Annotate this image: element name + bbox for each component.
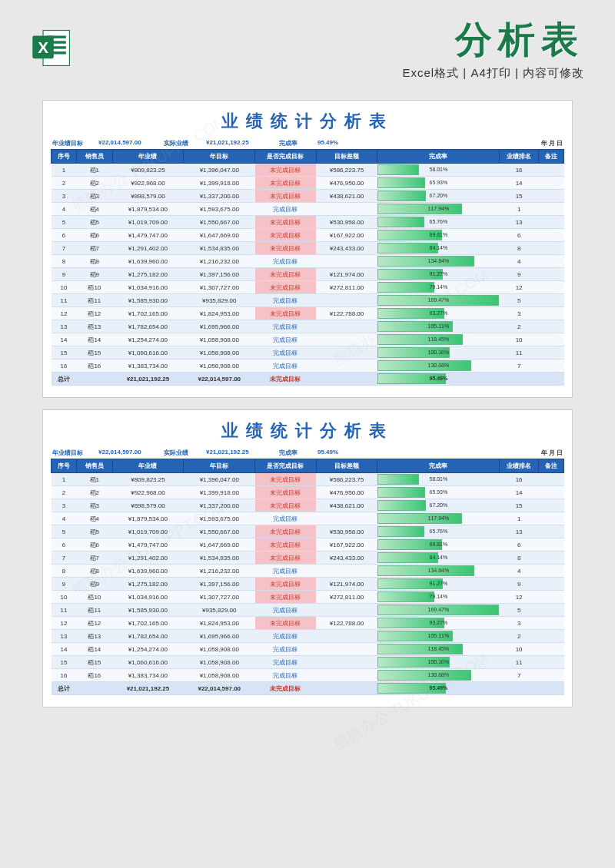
status-cell: 未完成目标 xyxy=(255,525,317,538)
cell-target: ¥1,216,232.00 xyxy=(184,565,255,578)
cell-rank: 8 xyxy=(500,242,538,255)
cell-note xyxy=(538,473,563,486)
cell-name: 稻5 xyxy=(77,216,112,229)
cell-name: 稻3 xyxy=(77,499,112,512)
cell-rank: 3 xyxy=(500,307,538,320)
cell-name: 稻4 xyxy=(77,203,112,216)
table-row: 16 稻16 ¥1,383,734.00 ¥1,058,908.00 完成目标 … xyxy=(52,359,564,373)
cell-note xyxy=(538,591,563,604)
cell-name: 稻1 xyxy=(77,164,112,177)
cell-target: ¥1,399,918.00 xyxy=(184,177,255,190)
cell-rank: 16 xyxy=(500,473,538,486)
cell-diff: ¥438,621.00 xyxy=(316,190,377,203)
cell-pct: 79.14% xyxy=(377,591,500,604)
svg-text:X: X xyxy=(38,38,48,56)
cell-target: ¥1,216,232.00 xyxy=(184,255,255,268)
cell-diff xyxy=(316,294,377,307)
cell-target: ¥1,695,966.00 xyxy=(184,630,255,643)
status-cell: 未完成目标 xyxy=(255,177,317,190)
table-row: 12 稻12 ¥1,702,165.00 ¥1,824,953.00 未完成目标… xyxy=(52,617,564,630)
analysis-sheet: 业绩统计分析表 年业绩目标 ¥22,014,597.00 实际业绩 ¥21,02… xyxy=(42,100,573,398)
cell-name: 稻6 xyxy=(77,538,112,552)
cell-rank: 7 xyxy=(500,669,538,682)
cell-diff xyxy=(316,255,377,268)
cell-pct: 93.27% xyxy=(377,617,500,630)
status-cell: 未完成目标 xyxy=(255,373,317,386)
cell-actual: ¥1,291,402.00 xyxy=(112,242,184,255)
cell-note xyxy=(538,359,563,373)
cell-name: 稻7 xyxy=(77,242,112,255)
cell-note xyxy=(538,242,563,255)
cell-pct: 130.68% xyxy=(377,669,500,682)
cell-actual: ¥1,254,274.00 xyxy=(112,643,184,656)
page-header: X 分析表 Excel格式 | A4打印 | 内容可修改 xyxy=(0,0,615,88)
cell-target: ¥22,014,597.00 xyxy=(184,373,255,386)
cell-diff xyxy=(316,359,377,373)
table-row: 7 稻7 ¥1,291,402.00 ¥1,534,835.00 未完成目标 ¥… xyxy=(52,552,564,565)
cell-actual: ¥809,823.25 xyxy=(112,164,184,177)
cell-pct: 105.11% xyxy=(377,630,500,643)
status-cell: 完成目标 xyxy=(255,604,317,617)
cell-rank: 14 xyxy=(500,486,538,499)
table-row: 9 稻9 ¥1,275,182.00 ¥1,397,156.00 未完成目标 ¥… xyxy=(52,578,564,591)
cell-rank: 1 xyxy=(500,512,538,525)
cell-target: ¥22,014,597.00 xyxy=(184,682,255,695)
cell-actual: ¥1,782,654.00 xyxy=(112,630,184,643)
cell-pct: 67.20% xyxy=(377,190,500,203)
subtitle: Excel格式 | A4打印 | 内容可修改 xyxy=(85,66,584,81)
table-row: 2 稻2 ¥922,968.00 ¥1,399,918.00 未完成目标 ¥47… xyxy=(52,486,564,499)
cell-note xyxy=(538,229,563,242)
cell-name: 稻8 xyxy=(77,255,112,268)
status-cell: 完成目标 xyxy=(255,203,317,216)
cell-target: ¥1,396,047.00 xyxy=(184,473,255,486)
table-row: 8 稻8 ¥1,639,960.00 ¥1,216,232.00 完成目标 13… xyxy=(52,255,564,268)
cell-idx: 16 xyxy=(52,359,77,373)
cell-pct: 84.14% xyxy=(377,242,500,255)
cell-diff: ¥272,811.00 xyxy=(316,281,377,294)
status-cell: 未完成目标 xyxy=(255,164,317,177)
cell-rank: 10 xyxy=(500,333,538,346)
cell-note xyxy=(538,177,563,190)
cell-rank: 9 xyxy=(500,578,538,591)
cell-diff xyxy=(316,669,377,682)
cell-idx: 12 xyxy=(52,307,77,320)
cell-target: ¥1,593,675.00 xyxy=(184,512,255,525)
table-row: 14 稻14 ¥1,254,274.00 ¥1,058,908.00 完成目标 … xyxy=(52,643,564,656)
cell-rank: 7 xyxy=(500,359,538,373)
cell-pct: 105.11% xyxy=(377,320,500,333)
cell-diff: ¥530,958.00 xyxy=(316,525,377,538)
table-row: 6 稻6 ¥1,479,747.00 ¥1,647,669.00 未完成目标 ¥… xyxy=(52,229,564,242)
cell-note xyxy=(538,617,563,630)
status-cell: 完成目标 xyxy=(255,669,317,682)
cell-rank: 5 xyxy=(500,604,538,617)
cell-rank: 12 xyxy=(500,591,538,604)
cell-rank: 2 xyxy=(500,320,538,333)
cell-target: ¥1,397,156.00 xyxy=(184,268,255,281)
cell-pct: 118.45% xyxy=(377,333,500,346)
cell-actual: ¥1,639,960.00 xyxy=(112,255,184,268)
cell-idx: 13 xyxy=(52,630,77,643)
cell-idx: 2 xyxy=(52,177,77,190)
cell-note xyxy=(538,268,563,281)
cell-diff: ¥167,922.00 xyxy=(316,229,377,242)
cell-idx: 3 xyxy=(52,190,77,203)
cell-note xyxy=(538,656,563,669)
cell-diff: ¥243,433.00 xyxy=(316,242,377,255)
cell-name: 稻10 xyxy=(77,281,112,294)
cell-diff xyxy=(316,643,377,656)
cell-name: 稻16 xyxy=(77,359,112,373)
cell-name: 稻12 xyxy=(77,617,112,630)
cell-idx: 13 xyxy=(52,320,77,333)
cell-actual: ¥1,254,274.00 xyxy=(112,333,184,346)
cell-note xyxy=(538,164,563,177)
status-cell: 完成目标 xyxy=(255,294,317,307)
cell-pct: 100.16% xyxy=(377,656,500,669)
cell-name: 稻11 xyxy=(77,294,112,307)
cell-note xyxy=(538,512,563,525)
cell-idx: 5 xyxy=(52,525,77,538)
cell-actual: ¥1,275,182.00 xyxy=(112,578,184,591)
cell-name: 稻9 xyxy=(77,268,112,281)
cell-note xyxy=(538,333,563,346)
cell-pct: 134.84% xyxy=(377,565,500,578)
table-row: 7 稻7 ¥1,291,402.00 ¥1,534,835.00 未完成目标 ¥… xyxy=(52,242,564,255)
